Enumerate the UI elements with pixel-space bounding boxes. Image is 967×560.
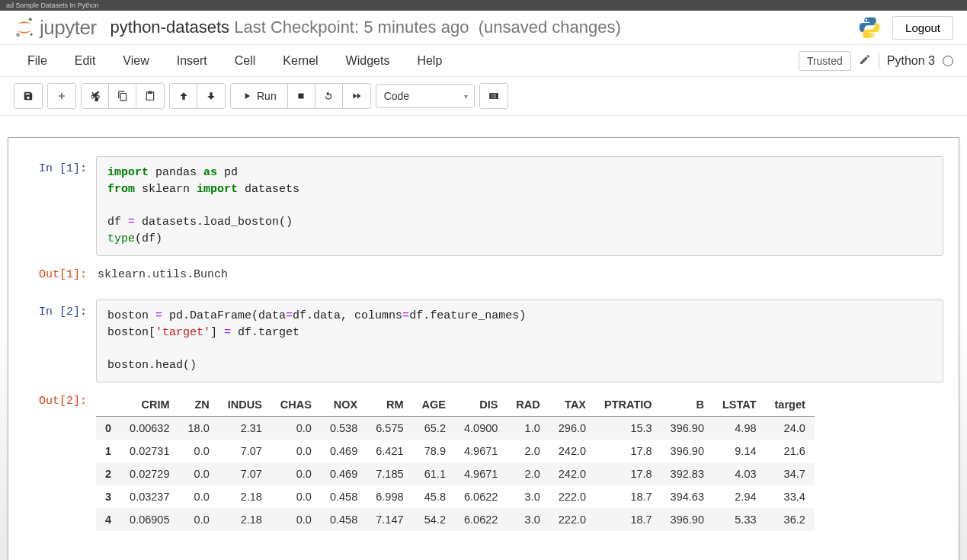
- notebook-scroll-area[interactable]: In [1]:import pandas as pd from sklearn …: [0, 116, 967, 560]
- cell-value: 36.2: [766, 508, 815, 531]
- add-cell-button[interactable]: [48, 84, 75, 108]
- col-header: CHAS: [271, 393, 321, 417]
- cell-value: 6.421: [367, 440, 412, 462]
- menu-edit[interactable]: Edit: [61, 46, 110, 75]
- restart-run-all-button[interactable]: [343, 84, 370, 108]
- svg-point-1: [16, 33, 20, 37]
- toolbar: Run Code: [0, 77, 967, 116]
- table-row: 30.032370.02.180.00.4586.99845.86.06223.…: [96, 485, 815, 508]
- cell-value: 0.469: [321, 462, 367, 485]
- notebook-title-area[interactable]: python-datasets Last Checkpoint: 5 minut…: [110, 18, 621, 37]
- menubar: FileEditViewInsertCellKernelWidgetsHelp …: [0, 45, 967, 77]
- cell-value: 0.538: [321, 416, 367, 440]
- cell-value: 34.7: [766, 462, 815, 485]
- code-input-area[interactable]: import pandas as pd from sklearn import …: [96, 156, 943, 256]
- arrow-up-icon: [178, 91, 189, 101]
- cell-value: 18.7: [595, 485, 661, 508]
- row-index: 3: [96, 485, 120, 508]
- svg-point-0: [29, 18, 32, 21]
- stop-icon: [296, 91, 306, 101]
- jupyter-logo[interactable]: jupyter: [14, 16, 97, 40]
- svg-point-2: [30, 34, 33, 36]
- cell-value: 18.7: [595, 508, 661, 531]
- cell-value: 2.18: [219, 485, 271, 508]
- checkpoint-text: Last Checkpoint: 5 minutes ago (unsaved …: [234, 18, 621, 37]
- kernel-status-icon[interactable]: [943, 56, 953, 66]
- fast-forward-icon: [351, 91, 362, 101]
- cell-value: 4.98: [713, 416, 766, 440]
- command-palette-button[interactable]: [480, 84, 508, 108]
- jupyter-logo-icon: [14, 17, 35, 38]
- cell-value: 6.998: [367, 485, 412, 508]
- cell-value: 4.9671: [455, 440, 507, 462]
- kernel-name[interactable]: Python 3: [887, 54, 935, 68]
- paste-button[interactable]: [136, 84, 164, 108]
- cell-value: 0.458: [321, 485, 367, 508]
- menu-file[interactable]: File: [14, 46, 61, 75]
- stop-button[interactable]: [288, 84, 315, 108]
- save-button[interactable]: [14, 84, 42, 108]
- notebook-name[interactable]: python-datasets: [110, 18, 230, 37]
- menu-widgets[interactable]: Widgets: [332, 46, 404, 75]
- menu-kernel[interactable]: Kernel: [269, 46, 331, 75]
- cell-value: 7.185: [367, 462, 412, 485]
- col-header: NOX: [321, 393, 367, 417]
- cell-value: 2.0: [507, 462, 549, 485]
- cell-output: Out[1]:sklearn.utils.Bunch: [24, 262, 943, 293]
- code-content[interactable]: import pandas as pd from sklearn import …: [107, 165, 932, 248]
- cell-value: 0.0: [179, 485, 219, 508]
- pencil-icon[interactable]: [859, 53, 871, 68]
- move-up-button[interactable]: [170, 84, 197, 108]
- cell-value: 0.0: [179, 508, 219, 531]
- cell-value: 0.458: [321, 508, 367, 531]
- cell-value: 3.0: [507, 485, 549, 508]
- menu-help[interactable]: Help: [403, 46, 456, 75]
- logout-button[interactable]: Logout: [892, 16, 953, 40]
- jupyter-logo-text: jupyter: [40, 16, 97, 40]
- cell-value: 3.0: [507, 508, 549, 531]
- copy-icon: [117, 91, 128, 101]
- cell-value: 0.02729: [120, 462, 178, 485]
- menu-insert[interactable]: Insert: [163, 46, 221, 75]
- cell-value: 0.0: [271, 440, 321, 462]
- cell-value: 61.1: [413, 462, 455, 485]
- cell-value: 5.33: [713, 508, 766, 531]
- move-down-button[interactable]: [197, 84, 225, 108]
- col-header: CRIM: [120, 393, 178, 417]
- code-input-area[interactable]: boston = pd.DataFrame(data=df.data, colu…: [96, 299, 943, 382]
- row-index: 2: [96, 462, 120, 485]
- cell-value: 6.0622: [455, 485, 507, 508]
- menu-cell[interactable]: Cell: [221, 46, 270, 75]
- in-prompt: In [2]:: [24, 299, 96, 382]
- cell-value: 2.31: [219, 416, 271, 440]
- menu-view[interactable]: View: [109, 46, 162, 75]
- cell-value: 6.575: [367, 416, 412, 440]
- cell-value: 242.0: [549, 440, 595, 462]
- cell-type-select[interactable]: Code: [376, 84, 475, 108]
- restart-button[interactable]: [315, 84, 343, 108]
- col-header: RAD: [507, 393, 549, 417]
- cell-value: 0.0: [179, 440, 219, 462]
- col-header: INDUS: [219, 393, 271, 417]
- cell-value: 0.02731: [120, 440, 178, 462]
- cell-value: 78.9: [413, 440, 455, 462]
- cell-value: 0.0: [271, 485, 321, 508]
- table-row: 00.0063218.02.310.00.5386.57565.24.09001…: [96, 416, 815, 440]
- cut-button[interactable]: [82, 84, 109, 108]
- cell-value: 392.83: [661, 462, 713, 485]
- cell-value: 0.00632: [120, 416, 178, 440]
- table-row: 20.027290.07.070.00.4697.18561.14.96712.…: [96, 462, 815, 485]
- notebook: In [1]:import pandas as pd from sklearn …: [8, 137, 959, 560]
- run-button[interactable]: Run: [231, 84, 288, 108]
- col-header: LSTAT: [713, 393, 766, 417]
- cell-value: 0.469: [321, 440, 367, 462]
- cell-value: 2.18: [219, 508, 271, 531]
- cell-value: 33.4: [766, 485, 815, 508]
- trusted-badge[interactable]: Trusted: [799, 51, 851, 71]
- cell-value: 21.6: [766, 440, 815, 462]
- code-content[interactable]: boston = pd.DataFrame(data=df.data, colu…: [107, 308, 932, 374]
- cell-value: 0.0: [179, 462, 219, 485]
- copy-button[interactable]: [109, 84, 136, 108]
- cell-value: 54.2: [413, 508, 455, 531]
- table-row: 40.069050.02.180.00.4587.14754.26.06223.…: [96, 508, 815, 531]
